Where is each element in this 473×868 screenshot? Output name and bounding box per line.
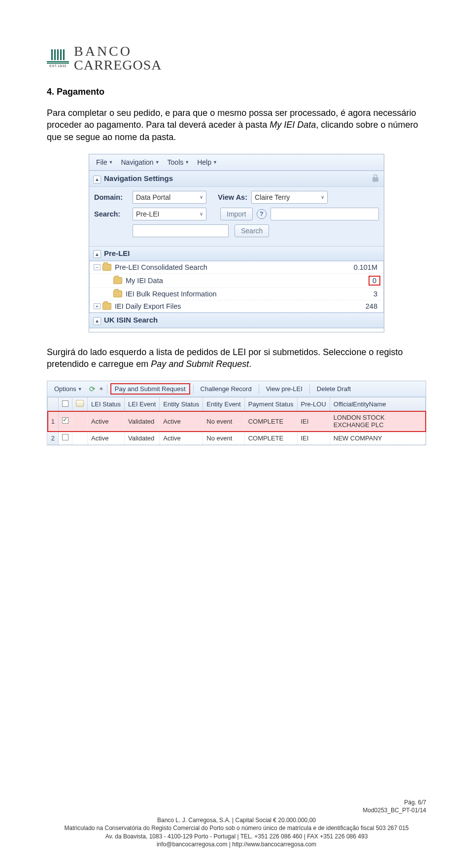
minus-icon[interactable]: −: [94, 264, 101, 270]
pay-submit-button[interactable]: Pay and Submit Request: [110, 383, 190, 395]
paragraph-1: Para completar o seu pedido, e para que …: [47, 107, 426, 143]
chevron-down-icon: ∨: [321, 194, 324, 200]
lock-icon: [371, 174, 380, 184]
para1-italic: My IEI Data: [270, 120, 316, 130]
panel-header-navigation-settings[interactable]: ▲Navigation Settings: [89, 171, 384, 187]
table-row[interactable]: 2 Active Validated Active No event COMPL…: [48, 432, 426, 445]
viewas-dropdown[interactable]: Claire Terry∨: [251, 191, 328, 204]
checkbox-checked-icon[interactable]: [62, 417, 68, 424]
para2-b: .: [249, 359, 251, 369]
bank-logo: EST.1833 BANCO CARREGOSA: [47, 44, 426, 72]
menu-navigation[interactable]: Navigation▼: [118, 157, 162, 167]
settings-icon[interactable]: ✦: [99, 385, 104, 393]
col-icon: [72, 398, 88, 411]
table-row[interactable]: 1 Active Validated Active No event COMPL…: [48, 411, 426, 432]
cell-entity-status: Active: [160, 432, 203, 445]
import-button[interactable]: Import: [220, 208, 253, 220]
card-icon: [76, 400, 84, 407]
search-input[interactable]: [133, 224, 229, 237]
help-icon[interactable]: ?: [257, 209, 267, 219]
col-payment-status[interactable]: Payment Status: [244, 398, 297, 411]
view-prelei-button[interactable]: View pre-LEI: [262, 384, 306, 394]
panel-title-navigation: Navigation Settings: [104, 174, 173, 182]
checkbox-icon[interactable]: [62, 400, 68, 407]
row-checkbox[interactable]: [59, 432, 72, 445]
col-lei-event[interactable]: LEI Event: [124, 398, 159, 411]
cell-pre-lou: IEI: [297, 432, 330, 445]
cell-official-name: NEW COMPANY: [330, 432, 425, 445]
folder-icon: [113, 277, 122, 284]
chevron-down-icon: ▼: [155, 160, 160, 165]
cell-pre-lou: IEI: [297, 411, 330, 432]
row-checkbox[interactable]: [59, 411, 72, 432]
col-official-name[interactable]: OfficialEntityName: [330, 398, 425, 411]
plus-icon[interactable]: +: [94, 303, 101, 309]
highlighted-count[interactable]: 0: [369, 276, 380, 286]
collapse-icon[interactable]: ▲: [93, 176, 101, 183]
tree-item-my-iei-data[interactable]: My IEI Data 0: [90, 274, 383, 288]
label-search: Search:: [94, 210, 129, 218]
challenge-record-button[interactable]: Challenge Record: [197, 384, 256, 394]
footer-line3: Av. da Boavista, 1083 - 4100-129 Porto -…: [0, 832, 473, 840]
footer-mod: Mod0253_BC_PT-01/14: [0, 806, 426, 814]
row-number: 2: [48, 432, 59, 445]
label-viewas: View As:: [210, 193, 247, 201]
cell-official-name: LONDON STOCK EXCHANGE PLC: [330, 411, 425, 432]
refresh-icon[interactable]: ⟳: [89, 385, 96, 394]
logo-line2: CARREGOSA: [74, 58, 162, 72]
panel-header-uk-isin[interactable]: ▲UK ISIN Search: [89, 313, 384, 328]
screenshot-records-table: Options▼ ⟳ ✦ Pay and Submit Request Chal…: [47, 381, 426, 445]
cell-payment-status: COMPLETE: [244, 411, 297, 432]
footer-line1: Banco L. J. Carregosa, S.A. | Capital So…: [0, 816, 473, 824]
cell-entity-status: Active: [160, 411, 203, 432]
menu-tools[interactable]: Tools▼: [165, 157, 193, 167]
screenshot-navigation-panel: File▼ Navigation▼ Tools▼ Help▼ ▲Navigati…: [89, 154, 384, 332]
menu-help[interactable]: Help▼: [194, 157, 220, 167]
cell-lei-status: Active: [88, 411, 125, 432]
options-menu[interactable]: Options▼: [50, 384, 86, 394]
chevron-down-icon: ▼: [213, 160, 217, 165]
cell-lei-event: Validated: [124, 432, 159, 445]
collapse-icon[interactable]: ▲: [93, 250, 101, 258]
separator: [107, 384, 107, 394]
col-entity-status[interactable]: Entity Status: [160, 398, 203, 411]
folder-icon: [113, 290, 122, 297]
cell-entity-event: No event: [203, 411, 244, 432]
domain-dropdown[interactable]: Data Portal∨: [133, 191, 206, 204]
checkbox-icon[interactable]: [62, 434, 68, 440]
table-header-row: LEI Status LEI Event Entity Status Entit…: [48, 398, 426, 411]
delete-draft-button[interactable]: Delete Draft: [313, 384, 355, 394]
menu-file[interactable]: File▼: [93, 157, 116, 167]
panel-header-prelei[interactable]: ▲Pre-LEI: [89, 246, 384, 261]
row-icon-cell: [72, 411, 88, 432]
tree-item-consolidated-search[interactable]: − Pre-LEI Consolidated Search 0.101M: [90, 261, 383, 274]
col-entity-event[interactable]: Entity Event: [203, 398, 244, 411]
cell-entity-event: No event: [203, 432, 244, 445]
col-pre-lou[interactable]: Pre-LOU: [297, 398, 330, 411]
tree-prelei: − Pre-LEI Consolidated Search 0.101M My …: [89, 261, 384, 313]
para2-italic: Pay and Submit Request: [151, 359, 249, 369]
label-domain: Domain:: [94, 193, 129, 201]
cell-lei-status: Active: [88, 432, 125, 445]
footer-line4: info@bancocarregosa.com | http://www.ban…: [0, 840, 473, 848]
cell-payment-status: COMPLETE: [244, 432, 297, 445]
search-type-dropdown[interactable]: Pre-LEI∨: [133, 208, 206, 220]
search-button[interactable]: Search: [235, 224, 269, 237]
tree-item-bulk-request[interactable]: IEI Bulk Request Information 3: [90, 288, 383, 300]
separator: [309, 384, 310, 394]
panel-title-prelei: Pre-LEI: [104, 249, 130, 257]
folder-icon: [102, 303, 111, 310]
tree-item-daily-export[interactable]: + IEI Daily Export Files 248: [90, 300, 383, 312]
col-lei-status[interactable]: LEI Status: [88, 398, 125, 411]
viewas-extra-input[interactable]: [270, 208, 379, 220]
footer-page: Pág. 6/7: [0, 798, 426, 806]
page-footer: Pág. 6/7 Mod0253_BC_PT-01/14 Banco L. J.…: [0, 798, 473, 848]
footer-line2: Matriculado na Conservatória do Registo …: [0, 824, 473, 832]
table-toolbar: Options▼ ⟳ ✦ Pay and Submit Request Chal…: [47, 381, 426, 397]
col-rownum: [48, 398, 59, 411]
chevron-down-icon: ∨: [200, 211, 203, 217]
separator: [193, 384, 194, 394]
col-checkbox[interactable]: [59, 398, 72, 411]
collapse-icon[interactable]: ▲: [93, 317, 101, 325]
folder-icon: [102, 264, 111, 271]
